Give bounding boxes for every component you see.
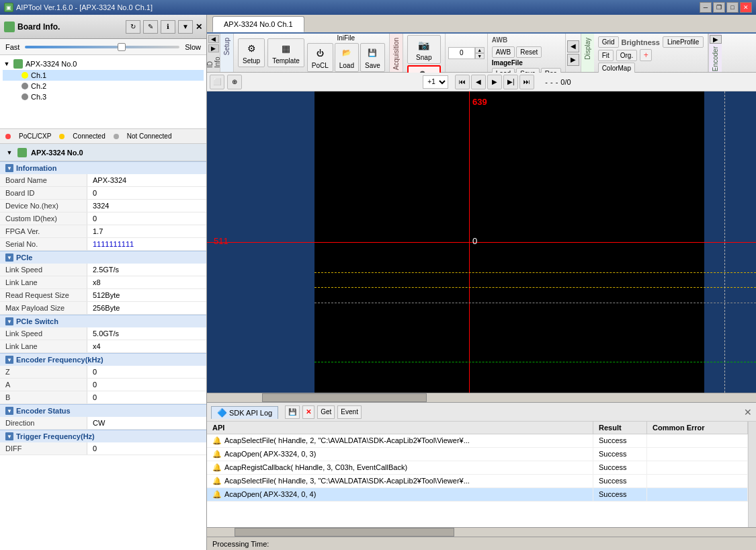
trigger-freq-toggle[interactable]: ▼ [5, 432, 13, 440]
counter-input[interactable] [448, 47, 475, 59]
properties-panel: ▼ Information Board Name APX-3324 Board … [0, 161, 206, 550]
pcie-section-header[interactable]: ▼ PCIe [0, 251, 206, 264]
bayer-title: AWB [492, 36, 561, 44]
information-title: Information [16, 164, 57, 172]
encoder-b-label: B [0, 391, 87, 403]
information-toggle[interactable]: ▼ [5, 164, 13, 172]
next-frame-button[interactable]: ▶| [503, 75, 518, 89]
coord-x-label: 639 [472, 97, 487, 107]
information-section-header[interactable]: ▼ Information [0, 161, 206, 174]
log-h-scrollbar[interactable] [207, 527, 756, 537]
log-row[interactable]: 🔔AcapOpen( APX-3324, 0, 3) Success [207, 448, 748, 461]
disp-panel: Display [581, 34, 594, 72]
panel-close-button[interactable]: ✕ [196, 22, 202, 32]
pcie-toggle[interactable]: ▼ [5, 253, 13, 262]
fit-button[interactable]: Fit [598, 50, 614, 61]
device-no-row: Device No.(hex) 3324 [0, 200, 206, 212]
first-frame-button[interactable]: ⏮ [455, 75, 470, 89]
encoder-status-section-header[interactable]: ▼ Encoder Status [0, 404, 206, 417]
tab-apx3324[interactable]: APX-3324 No.0 Ch.1 [212, 16, 304, 32]
template-button[interactable]: ▦ Template [267, 38, 304, 67]
crosshair-tool-button[interactable]: ⊕ [227, 75, 242, 89]
sdk-clear-button[interactable]: ✕ [302, 405, 314, 419]
direction-label: Direction [0, 417, 87, 429]
slider-thumb[interactable] [118, 43, 126, 51]
log-cell-error [647, 448, 748, 461]
restore-button[interactable]: ❐ [713, 2, 725, 13]
edit-button[interactable]: ✎ [143, 20, 158, 34]
last-frame-button[interactable]: ⏭ [519, 75, 534, 89]
pcie-link-lane-label: Link Lane [0, 276, 87, 288]
tree-ch2[interactable]: Ch.2 [3, 81, 204, 91]
encoder-nav-button[interactable]: ▶ [710, 35, 722, 44]
id-up-arrow[interactable]: ◀ [208, 35, 219, 43]
log-scrollbar[interactable] [748, 422, 756, 527]
tree-view: ▼ APX-3324 No.0 Ch.1 Ch.2 Ch.3 [0, 55, 206, 129]
speed-slider[interactable] [25, 46, 179, 48]
display-prev-button[interactable]: ◀ [567, 40, 579, 52]
sdk-save-button[interactable]: 💾 [285, 405, 300, 419]
encoder-freq-section-header[interactable]: ▼ Encoder Frequency(kHz) [0, 353, 206, 366]
id-info-label: ID Info [206, 54, 221, 71]
log-row[interactable]: 🔔AcapSelectFile( hHandle, 3, "C:\AVALDAT… [207, 475, 748, 488]
log-cell-api: 🔔AcapSelectFile( hHandle, 3, "C:\AVALDAT… [207, 475, 593, 487]
lineprofile-button[interactable]: LineProfile [663, 36, 704, 48]
serial-no-label: Serial No. [0, 238, 87, 250]
zoom-select[interactable]: +1 +2 -1 [423, 75, 448, 89]
tree-root-label: APX-3324 No.0 [26, 60, 77, 68]
right-area: APX-3324 No.0 Ch.1 ◀ ▶ ID Info Setup ⚙ S… [207, 15, 756, 550]
pcie-switch-section-header[interactable]: ▼ PCIe Switch [0, 315, 206, 327]
encoder-freq-toggle[interactable]: ▼ [5, 356, 13, 364]
grid-button[interactable]: Grid [598, 36, 619, 48]
snap-button[interactable]: 📷 Snap [407, 35, 441, 64]
info-button[interactable]: ℹ [161, 20, 175, 34]
log-header: API Result Common Error [207, 422, 748, 434]
display-label: Display [584, 35, 591, 63]
sdk-log-tab[interactable]: 🔷 SDK API Log [211, 406, 278, 419]
spinner-buttons: ▲ ▼ [475, 47, 485, 59]
play-button[interactable]: ▶ [487, 75, 502, 89]
pcie-link-speed-row: Link Speed 2.5GT/s [0, 264, 206, 276]
save-button[interactable]: 💾 Save [360, 43, 385, 72]
board-name-value: APX-3324 [87, 174, 206, 186]
expand-icon[interactable]: ▼ [3, 60, 11, 68]
tree-ch3[interactable]: Ch.3 [3, 91, 204, 102]
device-expand-icon[interactable]: ▼ [5, 149, 13, 157]
pcie-switch-toggle[interactable]: ▼ [5, 317, 13, 325]
snap-icon: 📷 [417, 38, 431, 52]
maximize-button[interactable]: □ [726, 2, 739, 13]
log-row[interactable]: 🔔AcapRegistCallback( hHandle, 3, C03h, E… [207, 461, 748, 475]
log-h-scroll-thumb[interactable] [235, 528, 454, 537]
spin-down-button[interactable]: ▼ [475, 53, 485, 59]
load-button[interactable]: 📂 Load [335, 43, 359, 72]
close-button[interactable]: ✕ [740, 2, 752, 13]
tree-root[interactable]: ▼ APX-3324 No.0 [3, 58, 204, 70]
h-scrollbar[interactable] [207, 393, 756, 402]
setup-button[interactable]: ⚙ Setup [238, 38, 265, 67]
minimize-button[interactable]: ─ [700, 2, 712, 13]
sdk-event-button[interactable]: Event [337, 405, 362, 419]
dropdown-button[interactable]: ▼ [178, 20, 193, 34]
tree-ch1[interactable]: Ch.1 [3, 70, 204, 81]
org-button[interactable]: Org. [616, 50, 637, 61]
log-row[interactable]: 🔔AcapSelectFile( hHandle, 2, "C:\AVALDAT… [207, 434, 748, 448]
reset-button[interactable]: Reset [516, 46, 542, 58]
dashed-line-3 [314, 303, 756, 303]
sdk-close-button[interactable]: ✕ [744, 407, 752, 418]
pocl-button[interactable]: ⏻ PoCL [307, 43, 333, 72]
plus-button[interactable]: + [640, 49, 652, 61]
encoder-a-value: 0 [87, 379, 206, 391]
spin-up-button[interactable]: ▲ [475, 47, 485, 53]
prev-frame-button[interactable]: ◀ [471, 75, 486, 89]
h-scroll-thumb[interactable] [262, 393, 427, 402]
display-next-button[interactable]: ▶ [567, 54, 579, 66]
awb-button[interactable]: AWB [492, 46, 515, 58]
refresh-button[interactable]: ↻ [126, 20, 140, 34]
log-row[interactable]: 🔔AcapOpen( APX-3324, 0, 4) Success [207, 488, 748, 502]
id-down-arrow[interactable]: ▶ [208, 44, 219, 52]
sdk-get-button[interactable]: Get [317, 405, 335, 419]
select-tool-button[interactable]: ⬜ [210, 75, 224, 89]
trigger-freq-section-header[interactable]: ▼ Trigger Frequency(Hz) [0, 430, 206, 442]
encoder-status-toggle[interactable]: ▼ [5, 407, 13, 415]
acq-label: Acquisition [392, 35, 400, 73]
